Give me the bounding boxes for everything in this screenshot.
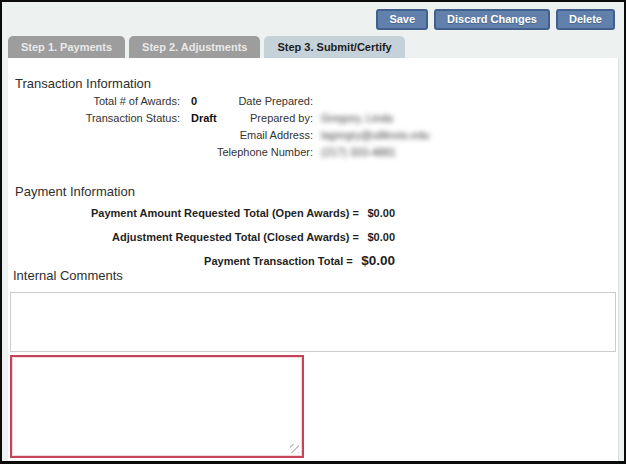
transaction-status-row: Transaction Status: Draft <box>8 112 217 129</box>
payment-transaction-total-label: Payment Transaction Total = <box>204 255 353 267</box>
telephone-number-label: Telephone Number: <box>213 146 313 158</box>
date-prepared-label: Date Prepared: <box>213 95 313 107</box>
adjustment-requested-label: Adjustment Requested Total (Closed Award… <box>112 231 359 243</box>
payment-amount-requested-line: Payment Amount Requested Total (Open Awa… <box>8 203 395 221</box>
email-address-label: Email Address: <box>213 129 313 141</box>
toolbar: Save Discard Changes Delete <box>376 9 615 30</box>
highlighted-comment-box[interactable] <box>10 355 304 458</box>
email-address-value: lagregry@uillinois.edu <box>321 129 429 141</box>
application-window: Save Discard Changes Delete Step 1. Paym… <box>0 0 626 464</box>
payment-totals: Payment Amount Requested Total (Open Awa… <box>8 203 395 275</box>
adjustment-requested-line: Adjustment Requested Total (Closed Award… <box>8 227 395 245</box>
content-panel: Transaction Information Total # of Award… <box>8 58 619 461</box>
prepared-by-label: Prepared by: <box>213 112 313 124</box>
date-prepared-row: Date Prepared: <box>213 95 429 112</box>
tab-step3-submit-certify[interactable]: Step 3. Submit/Certify <box>264 36 404 58</box>
internal-comments-title: Internal Comments <box>13 268 123 283</box>
transaction-status-label: Transaction Status: <box>8 112 180 124</box>
payment-amount-requested-value: $0.00 <box>367 207 395 219</box>
resize-grip-icon[interactable] <box>290 444 299 453</box>
payment-transaction-total-line: Payment Transaction Total = $0.00 <box>8 251 395 269</box>
transaction-information-title: Transaction Information <box>15 76 151 91</box>
email-address-row: Email Address: lagregry@uillinois.edu <box>213 129 429 146</box>
total-awards-label: Total # of Awards: <box>8 95 180 107</box>
payment-information-title: Payment Information <box>15 184 135 199</box>
tab-step1-payments[interactable]: Step 1. Payments <box>8 36 125 58</box>
internal-comments-textarea[interactable] <box>10 292 616 352</box>
total-awards-value: 0 <box>191 95 197 107</box>
tab-step2-adjustments[interactable]: Step 2. Adjustments <box>129 36 260 58</box>
payment-amount-requested-label: Payment Amount Requested Total (Open Awa… <box>91 207 359 219</box>
delete-button[interactable]: Delete <box>556 9 615 30</box>
transaction-right-fields: Date Prepared: Prepared by: Gregory, Lin… <box>213 95 429 163</box>
discard-changes-button[interactable]: Discard Changes <box>434 9 550 30</box>
prepared-by-row: Prepared by: Gregory, Linda <box>213 112 429 129</box>
step-tabs: Step 1. Payments Step 2. Adjustments Ste… <box>8 36 405 58</box>
transaction-left-fields: Total # of Awards: 0 Transaction Status:… <box>8 95 217 129</box>
payment-transaction-total-value: $0.00 <box>361 253 395 268</box>
telephone-number-row: Telephone Number: (217) 333-4881 <box>213 146 429 163</box>
prepared-by-value: Gregory, Linda <box>321 112 393 124</box>
adjustment-requested-value: $0.00 <box>367 231 395 243</box>
telephone-number-value: (217) 333-4881 <box>321 146 396 158</box>
total-awards-row: Total # of Awards: 0 <box>8 95 217 112</box>
save-button[interactable]: Save <box>376 9 428 30</box>
